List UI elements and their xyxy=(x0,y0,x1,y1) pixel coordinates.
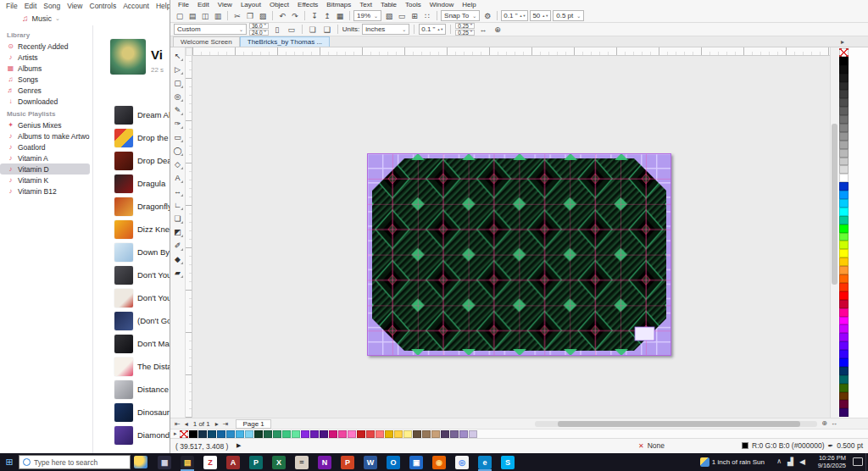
sidebar-item-vitamin-k[interactable]: ♪Vitamin K xyxy=(0,175,90,186)
current-page-button[interactable]: ❑ xyxy=(321,24,333,35)
page-height-value[interactable]: 24.0 " xyxy=(249,30,269,36)
text-tool[interactable]: A xyxy=(171,171,184,184)
menu-item-account[interactable]: Account xyxy=(120,2,153,10)
color-swatch[interactable] xyxy=(189,430,198,438)
menu-item-file[interactable]: File xyxy=(3,2,21,10)
menu-item-window[interactable]: Window xyxy=(426,1,458,8)
interactive-fill-tool[interactable]: ◆ xyxy=(171,252,184,265)
ellipse-tool[interactable]: ◯ xyxy=(171,144,184,157)
import-icon[interactable]: ↧ xyxy=(309,10,320,21)
color-swatch[interactable] xyxy=(226,430,235,438)
color-swatch[interactable] xyxy=(839,358,849,367)
album-list-item[interactable]: Dinosaur A xyxy=(93,401,170,424)
color-swatch[interactable] xyxy=(839,266,849,274)
color-swatch[interactable] xyxy=(208,430,216,438)
color-swatch[interactable] xyxy=(839,384,849,392)
snap-to-combo[interactable]: Snap To ⌄ xyxy=(441,10,480,21)
color-swatch[interactable] xyxy=(839,149,849,158)
color-swatch[interactable] xyxy=(839,48,849,57)
tray-weather-widget[interactable]: 1 inch of rain Sun xyxy=(700,453,765,471)
color-swatch[interactable] xyxy=(839,98,849,107)
smart-fill-tool[interactable]: ▰ xyxy=(171,266,184,279)
color-swatch[interactable] xyxy=(422,430,431,438)
album-list-item[interactable]: Diamonds a xyxy=(93,424,170,446)
drawing-canvas[interactable] xyxy=(192,56,830,418)
color-swatch[interactable] xyxy=(839,333,849,341)
next-page-button[interactable]: ▸ xyxy=(214,420,220,428)
color-swatch[interactable] xyxy=(839,367,849,375)
sidebar-item-vitamin-d[interactable]: ♪Vitamin D xyxy=(0,163,90,175)
vertical-scrollbar[interactable] xyxy=(830,47,838,418)
menu-item-text[interactable]: Text xyxy=(355,1,376,8)
color-swatch[interactable] xyxy=(394,430,403,438)
sidebar-item-genius-mixes[interactable]: ✦Genius Mixes xyxy=(0,119,90,130)
color-swatch[interactable] xyxy=(839,216,849,224)
previous-page-button[interactable]: ◂ xyxy=(184,420,189,428)
vertical-scrollbar-thumb[interactable] xyxy=(832,124,837,285)
color-swatch[interactable] xyxy=(839,74,849,82)
color-swatch[interactable] xyxy=(245,430,253,438)
file-explorer[interactable]: ▤ xyxy=(177,453,198,471)
color-swatch[interactable] xyxy=(839,341,849,350)
color-swatch[interactable] xyxy=(310,430,319,438)
color-swatch[interactable] xyxy=(839,199,849,208)
sidebar-item-albums[interactable]: ▦Albums xyxy=(0,63,90,74)
landscape-orientation-button[interactable]: ▭ xyxy=(286,24,298,35)
add-page-icon[interactable]: ⊕ xyxy=(821,419,827,427)
color-swatch[interactable] xyxy=(366,430,375,438)
ruler-origin-corner[interactable] xyxy=(186,47,192,56)
color-swatch[interactable] xyxy=(329,430,337,438)
menu-item-file[interactable]: File xyxy=(174,1,193,8)
menu-item-effects[interactable]: Effects xyxy=(293,1,322,8)
action-center-icon[interactable] xyxy=(853,457,863,466)
color-swatch[interactable] xyxy=(839,115,849,124)
access[interactable]: A xyxy=(223,453,243,471)
print-icon[interactable]: ▥ xyxy=(212,10,224,21)
onenote[interactable]: N xyxy=(314,453,335,471)
color-swatch[interactable] xyxy=(357,430,365,438)
drop-shadow-tool[interactable]: ❏ xyxy=(171,212,184,224)
color-eyedropper-tool[interactable]: ✐ xyxy=(171,239,184,252)
color-swatch[interactable] xyxy=(839,158,849,166)
color-swatch[interactable] xyxy=(431,430,440,438)
album-list-item[interactable]: The Distanc xyxy=(93,355,170,378)
horizontal-ruler[interactable] xyxy=(192,47,830,56)
color-swatch[interactable] xyxy=(839,90,849,98)
color-swatch[interactable] xyxy=(459,430,468,438)
menu-item-edit[interactable]: Edit xyxy=(21,2,41,10)
color-swatch[interactable] xyxy=(839,141,849,149)
zotero[interactable]: Z xyxy=(200,453,220,471)
color-swatch[interactable] xyxy=(273,430,281,438)
page-width-value[interactable]: 36.0 " xyxy=(249,23,269,29)
duplicate-x-value[interactable]: 0.25 " xyxy=(455,23,475,29)
palette-scroll-left-icon[interactable]: ▸ xyxy=(174,430,177,437)
sidebar-item-albums-to-make-artwo-[interactable]: ♪Albums to make Artwo... xyxy=(0,130,90,141)
redo-icon[interactable]: ↷ xyxy=(289,10,301,21)
first-page-button[interactable]: ⇤ xyxy=(174,420,181,428)
color-swatch[interactable] xyxy=(385,430,393,438)
parallel-dimension-tool[interactable]: ↔ xyxy=(171,185,184,197)
color-swatch[interactable] xyxy=(839,82,849,91)
weather-widget-icon[interactable] xyxy=(134,456,147,468)
color-swatch[interactable] xyxy=(839,283,849,291)
artwork-page[interactable] xyxy=(367,153,671,356)
show-grid-icon[interactable]: ⊞ xyxy=(409,10,420,21)
chrome[interactable]: ◎ xyxy=(452,453,472,471)
menu-item-help[interactable]: Help xyxy=(458,1,480,8)
taskbar-search-box[interactable]: Type here to search xyxy=(19,455,131,469)
transparency-tool[interactable]: ◩ xyxy=(171,225,184,238)
photos[interactable]: ▣ xyxy=(406,453,426,471)
album-list-item[interactable]: Distance Eq xyxy=(93,378,170,401)
menu-item-edit[interactable]: Edit xyxy=(193,1,214,8)
word[interactable]: W xyxy=(360,453,381,471)
color-swatch[interactable] xyxy=(403,430,412,438)
color-swatch[interactable] xyxy=(320,430,328,438)
full-screen-preview-icon[interactable]: ▧ xyxy=(383,10,395,21)
page-size-preset-combo[interactable]: Custom ⌄ xyxy=(174,24,247,35)
powerpoint[interactable]: P xyxy=(337,453,358,471)
color-swatch[interactable] xyxy=(839,165,849,174)
menu-item-view[interactable]: View xyxy=(214,1,236,8)
color-swatch[interactable] xyxy=(839,191,849,199)
color-swatch[interactable] xyxy=(254,430,263,438)
sidebar-item-recently-added[interactable]: ⊙Recently Added xyxy=(0,41,90,52)
